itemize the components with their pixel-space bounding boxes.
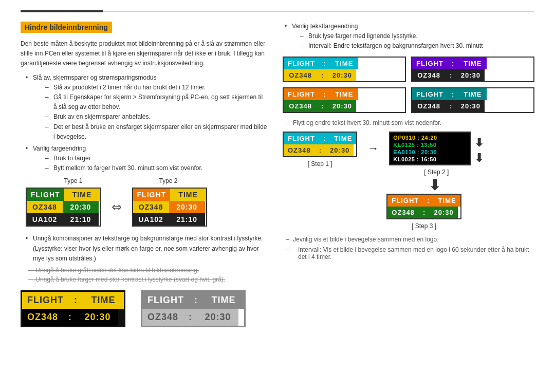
fbl-r2-c2: 20:30 bbox=[328, 100, 356, 112]
step2-box: OP0310 : 24:20 KL0125 : 13:50 EA0110 : 2… bbox=[389, 132, 484, 176]
scroll-row-3: EA0110 : 20:30 bbox=[393, 148, 467, 156]
fbl-row1: FLIGHT : TIME bbox=[284, 88, 405, 100]
fbr-r2-sep: : bbox=[446, 100, 456, 112]
bbr-row1: FLIGHT : TIME bbox=[142, 292, 244, 309]
dash-item-1-4: Det er best å bruke en ensfarget skjerms… bbox=[45, 122, 267, 142]
bbr-r2-sep: : bbox=[183, 309, 197, 326]
flight-board-tr: FLIGHT : TIME OZ348 : 20:30 bbox=[411, 57, 534, 82]
ftl-row2: OZ348 : 20:30 bbox=[284, 69, 405, 81]
s1-r2-sep: : bbox=[315, 144, 326, 156]
t1-r2-c2: 20:30 bbox=[63, 201, 99, 213]
fbl-r2-sep: : bbox=[317, 100, 328, 112]
ftl-row1: FLIGHT : TIME bbox=[284, 58, 405, 69]
grid-board-bl: FLIGHT : TIME OZ348 : 20:30 bbox=[283, 87, 406, 113]
fbl-r1-c1: FLIGHT bbox=[284, 88, 319, 100]
step1-label: [ Step 1 ] bbox=[308, 160, 332, 167]
ftl-r2-c2: 20:30 bbox=[328, 69, 356, 81]
top-border bbox=[21, 10, 534, 12]
t2-r3-c1: UA102 bbox=[133, 213, 169, 226]
board-type2-row2: OZ348 20:30 bbox=[133, 201, 207, 213]
s3-row1: FLIGHT : TIME bbox=[387, 195, 460, 207]
s1-r2-c1: OZ348 bbox=[284, 144, 315, 156]
right-dash-1-1: Bruk lyse farger med lignende lysstyrke. bbox=[300, 31, 534, 41]
avoid-bullet-1: Unngå kombinasjoner av tekstfarge og bak… bbox=[26, 234, 267, 264]
dash-item-1-1: Slå av produktet i 2 timer når du har br… bbox=[45, 83, 267, 92]
fbr-r1-c2: TIME bbox=[458, 88, 487, 100]
bullet-item-2: Vanlig fargeendring Bruk to farger Bytt … bbox=[26, 144, 267, 174]
boards-grid: FLIGHT : TIME OZ348 : 20:30 FLIGHT bbox=[283, 57, 534, 113]
ftr-row1: FLIGHT : TIME bbox=[412, 58, 533, 69]
step1-to-step2-arrow: → bbox=[367, 142, 379, 155]
dash-item-2-1: Bruk to farger bbox=[45, 154, 267, 163]
ftr-r1-sep: : bbox=[448, 58, 458, 69]
bottom-board-left: FLIGHT : TIME OZ348 : 20:30 bbox=[21, 290, 125, 327]
t1-r3-c2: 21:10 bbox=[63, 213, 99, 226]
step2-scroll-board: OP0310 : 24:20 KL0125 : 13:50 EA0110 : 2… bbox=[389, 132, 471, 165]
step2-arrows: ⬇ ⬇ bbox=[474, 136, 484, 165]
t2-r1-c2: TIME bbox=[170, 189, 206, 201]
ftl-r1-c2: TIME bbox=[330, 58, 358, 69]
s1-row1: FLIGHT : TIME bbox=[284, 133, 356, 144]
board-type1-row3: UA102 21:10 bbox=[27, 213, 100, 226]
s3-r2-sep: : bbox=[419, 207, 430, 218]
s3-row2: OZ348 : 20:30 bbox=[387, 207, 460, 218]
t2-r2-c1: OZ348 bbox=[133, 201, 169, 213]
ftl-r1-sep: : bbox=[319, 58, 330, 69]
fbr-row2: OZ348 : 20:30 bbox=[412, 100, 533, 112]
dash-list-2: Bruk to farger Bytt mellom to farger hve… bbox=[33, 154, 267, 173]
dash-item-2-2: Bytt mellom to farger hvert 30. minutt s… bbox=[45, 163, 267, 173]
type-labels: Type 1 Type 2 bbox=[21, 177, 267, 184]
grid-board-tl: FLIGHT : TIME OZ348 : 20:30 bbox=[283, 57, 406, 82]
step1-box: FLIGHT : TIME OZ348 : 20:30 [ Step 1 ] bbox=[283, 132, 357, 167]
step2-label: [ Step 2 ] bbox=[424, 169, 449, 176]
s1-r1-sep: : bbox=[319, 133, 330, 144]
t2-r2-c2: 20:30 bbox=[169, 201, 205, 213]
ftl-r1-c1: FLIGHT bbox=[284, 58, 319, 69]
step-dash-note: Flytt og endre tekst hvert 30. minutt so… bbox=[283, 119, 534, 126]
fbr-row1: FLIGHT : TIME bbox=[412, 88, 533, 100]
board-type2: FLIGHT TIME OZ348 20:30 UA102 21:10 bbox=[132, 188, 208, 227]
ftr-r2-c2: 20:30 bbox=[456, 69, 485, 81]
ftl-r2-sep: : bbox=[317, 69, 328, 81]
bbl-r1-sep: : bbox=[69, 292, 83, 309]
down-arrow-2: ⬇ bbox=[474, 152, 484, 165]
s1-r2-c2: 20:30 bbox=[326, 144, 354, 156]
section-title: Hindre bildeinnbrenning bbox=[21, 22, 112, 33]
bbr-r2-c2: 20:30 bbox=[197, 309, 238, 326]
s3-r2-c1: OZ348 bbox=[387, 207, 419, 218]
s1-r1-c1: FLIGHT bbox=[284, 133, 319, 144]
bbl-r1-c2: TIME bbox=[83, 292, 124, 309]
ftr-r1-c2: TIME bbox=[458, 58, 487, 69]
t2-r3-c2: 21:10 bbox=[169, 213, 205, 226]
fbl-r1-c2: TIME bbox=[330, 88, 358, 100]
intro-text: Den beste måten å beskytte produktet mot… bbox=[21, 39, 267, 69]
flight-board-bl: FLIGHT : TIME OZ348 : 20:30 bbox=[283, 87, 406, 113]
bottom-board-right: FLIGHT : TIME OZ348 : 20:30 bbox=[141, 290, 246, 327]
bbl-r1-c1: FLIGHT bbox=[22, 292, 69, 309]
t2-r1-c1: FLIGHT bbox=[133, 189, 171, 201]
right-bullet-1: Vanlig tekstfargeendring Bruk lyse farge… bbox=[285, 22, 534, 51]
scroll-row-4: KL0025 : 16:50 bbox=[393, 156, 467, 163]
step3-label: [ Step 3 ] bbox=[386, 222, 461, 230]
strikethrough-1: — Unngå å bruke grått siden det kan bidr… bbox=[21, 267, 267, 274]
bullet-item-1: Slå av, skjermsparer og strømsparingsmod… bbox=[26, 73, 267, 142]
bottom-boards: FLIGHT : TIME OZ348 : 20:30 FLIGHT : TIM… bbox=[21, 290, 267, 327]
ftl-r2-c1: OZ348 bbox=[284, 69, 317, 81]
flight-board-tl: FLIGHT : TIME OZ348 : 20:30 bbox=[283, 57, 406, 82]
bullet-item-2-main: Vanlig fargeendring bbox=[33, 145, 86, 152]
bbr-r1-c1: FLIGHT bbox=[142, 292, 189, 309]
bbr-r2-c1: OZ348 bbox=[142, 309, 183, 326]
steps-section: FLIGHT : TIME OZ348 : 20:30 [ Step 1 ] → bbox=[283, 132, 534, 176]
bbr-r1-c2: TIME bbox=[203, 292, 244, 309]
s1-r1-c2: TIME bbox=[330, 133, 356, 144]
s3-r1-sep: : bbox=[423, 195, 434, 207]
scroll-row-1: OP0310 : 24:20 bbox=[393, 134, 467, 141]
t1-r2-c1: OZ348 bbox=[27, 201, 63, 213]
board-type1-row2: OZ348 20:30 bbox=[27, 201, 100, 213]
strikethrough-2: — Unngå å bruke farger med stor kontrast… bbox=[21, 276, 267, 283]
page-layout: Hindre bildeinnbrenning Den beste måten … bbox=[21, 22, 534, 327]
bottom-dash-1: Jevnlig vis et bilde i bevegelse sammen … bbox=[283, 236, 534, 243]
t1-r1-c1: FLIGHT bbox=[27, 189, 64, 201]
bbl-row1: FLIGHT : TIME bbox=[22, 292, 124, 309]
s1-row2: OZ348 : 20:30 bbox=[284, 144, 356, 156]
